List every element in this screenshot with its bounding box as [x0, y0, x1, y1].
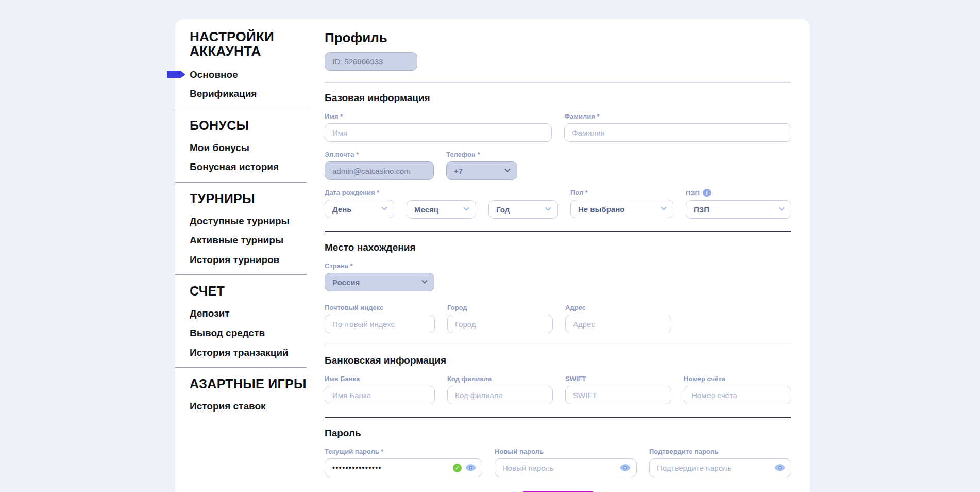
- sidebar-item-deposit[interactable]: Депозит: [190, 306, 308, 321]
- divider: [325, 417, 791, 418]
- sidebar-item-transaction-history[interactable]: История транзакций: [190, 346, 308, 360]
- gender-select-value: Не выбрано: [578, 205, 624, 214]
- swift-label: SWIFT: [565, 375, 671, 383]
- eye-icon: [620, 464, 631, 471]
- valid-check-icon: ✓: [453, 464, 462, 472]
- year-select-value: Год: [496, 205, 510, 214]
- phone-label: Телефон *: [446, 151, 517, 158]
- new-password-input[interactable]: [495, 458, 637, 477]
- email-field: [325, 161, 434, 180]
- divider: [325, 231, 791, 232]
- city-label: Город: [447, 304, 553, 311]
- last-name-label: Фамилия *: [564, 112, 791, 120]
- sidebar-item-withdrawal[interactable]: Вывод средств: [190, 326, 308, 340]
- sidebar-item-label: История ставок: [190, 401, 266, 412]
- city-input[interactable]: [447, 315, 553, 333]
- email-label: Эл.почта *: [325, 151, 434, 158]
- bank-info-heading: Банковская информация: [325, 355, 791, 366]
- eye-icon: [774, 464, 785, 471]
- divider: [325, 345, 791, 345]
- basic-info-heading: Базовая информация: [325, 92, 791, 104]
- month-select[interactable]: Месяц: [407, 200, 476, 219]
- divider: [325, 82, 791, 83]
- sidebar-item-bet-history[interactable]: История ставок: [190, 399, 308, 414]
- sidebar-item-tournament-history[interactable]: История турниров: [190, 253, 308, 267]
- sidebar-heading-gambling: АЗАРТНЫЕ ИГРЫ: [190, 376, 308, 391]
- sidebar-item-label: Активные турниры: [190, 235, 283, 245]
- sidebar-item-label: История турниров: [190, 254, 279, 265]
- toggle-password-visibility-button[interactable]: [465, 458, 476, 477]
- sidebar-item-label: Верификация: [190, 88, 257, 99]
- chevron-down-icon: [545, 205, 551, 211]
- sidebar-item-label: Доступные турниры: [190, 216, 290, 226]
- country-label: Страна *: [325, 262, 434, 270]
- chevron-down-icon: [463, 205, 469, 211]
- info-icon[interactable]: i: [703, 189, 711, 197]
- sidebar-item-bonus-history[interactable]: Бонусная история: [190, 160, 308, 174]
- sidebar-item-label: Вывод средств: [190, 327, 265, 338]
- page-title: Профиль: [325, 30, 791, 46]
- sidebar-item-label: Бонусная история: [190, 161, 279, 172]
- address-label: Адрес: [565, 304, 671, 311]
- birth-date-label: Дата рождения *: [325, 189, 394, 196]
- sidebar-item-label: История транзакций: [190, 347, 289, 358]
- toggle-password-visibility-button[interactable]: [774, 458, 785, 477]
- sidebar-item-verification[interactable]: Верификация: [190, 87, 308, 101]
- toggle-password-visibility-button[interactable]: [620, 458, 631, 477]
- phone-code-value: +7: [454, 167, 463, 175]
- sidebar-item-my-bonuses[interactable]: Мои бонусы: [190, 141, 308, 155]
- zip-label: Почтовый индекс: [325, 304, 435, 311]
- chevron-down-icon: [779, 205, 784, 211]
- confirm-password-label: Подтвердите пароль: [649, 448, 791, 455]
- sidebar-item-available-tournaments[interactable]: Доступные турниры: [190, 214, 308, 228]
- user-id-field: [325, 52, 417, 71]
- bank-name-label: Имя Банка: [325, 375, 435, 383]
- day-select[interactable]: День: [325, 200, 394, 218]
- password-heading: Пароль: [325, 428, 791, 439]
- gender-select[interactable]: Не выбрано: [570, 200, 673, 218]
- first-name-label: Имя *: [325, 112, 552, 120]
- account-number-label: Номер счёта: [684, 375, 791, 383]
- active-item-arrow-icon: [167, 71, 185, 78]
- sidebar-item-label: Депозит: [190, 308, 230, 319]
- year-select[interactable]: Год: [488, 200, 558, 219]
- sidebar-heading-account: СЧЕТ: [190, 284, 308, 299]
- first-name-input[interactable]: [325, 123, 552, 142]
- pzp-label: ПЗП: [686, 189, 700, 197]
- sidebar-heading-tournaments: ТУРНИРЫ: [190, 191, 308, 206]
- sidebar-divider: [175, 182, 307, 183]
- branch-code-input[interactable]: [447, 386, 553, 404]
- sidebar-title: НАСТРОЙКИ АККАУНТА: [190, 30, 308, 59]
- day-select-value: День: [332, 205, 352, 214]
- country-select-value: Россия: [332, 278, 360, 287]
- sidebar-item-label: Мои бонусы: [190, 142, 249, 153]
- swift-input[interactable]: [565, 386, 671, 404]
- month-select-value: Месяц: [414, 205, 438, 214]
- sidebar-item-main[interactable]: Основное: [190, 68, 308, 82]
- new-password-label: Новый пароль: [495, 448, 637, 455]
- sidebar: НАСТРОЙКИ АККАУНТА Основное Верификация …: [175, 19, 308, 492]
- address-input[interactable]: [565, 315, 671, 333]
- current-password-label: Текущий пароль *: [325, 448, 482, 455]
- pzp-select[interactable]: ПЗП: [686, 200, 791, 219]
- bank-name-input[interactable]: [325, 386, 435, 404]
- account-number-input[interactable]: [684, 386, 791, 404]
- last-name-input[interactable]: [564, 123, 791, 142]
- chevron-down-icon: [421, 278, 427, 284]
- sidebar-item-label: Основное: [190, 69, 238, 80]
- phone-code-select: +7: [446, 161, 517, 180]
- zip-input[interactable]: [325, 315, 435, 333]
- sidebar-divider: [175, 367, 307, 368]
- chevron-down-icon: [381, 205, 387, 210]
- chevron-down-icon: [661, 205, 666, 210]
- sidebar-divider: [175, 109, 307, 109]
- sidebar-item-active-tournaments[interactable]: Активные турниры: [190, 233, 308, 248]
- sidebar-heading-bonuses: БОНУСЫ: [190, 118, 308, 133]
- eye-icon: [465, 464, 476, 471]
- branch-code-label: Код филиала: [447, 375, 553, 383]
- sidebar-divider: [175, 274, 307, 275]
- account-settings-card: НАСТРОЙКИ АККАУНТА Основное Верификация …: [175, 19, 810, 492]
- confirm-password-input[interactable]: [649, 458, 791, 477]
- location-heading: Место нахождения: [325, 242, 791, 253]
- gender-label: Пол *: [570, 189, 673, 196]
